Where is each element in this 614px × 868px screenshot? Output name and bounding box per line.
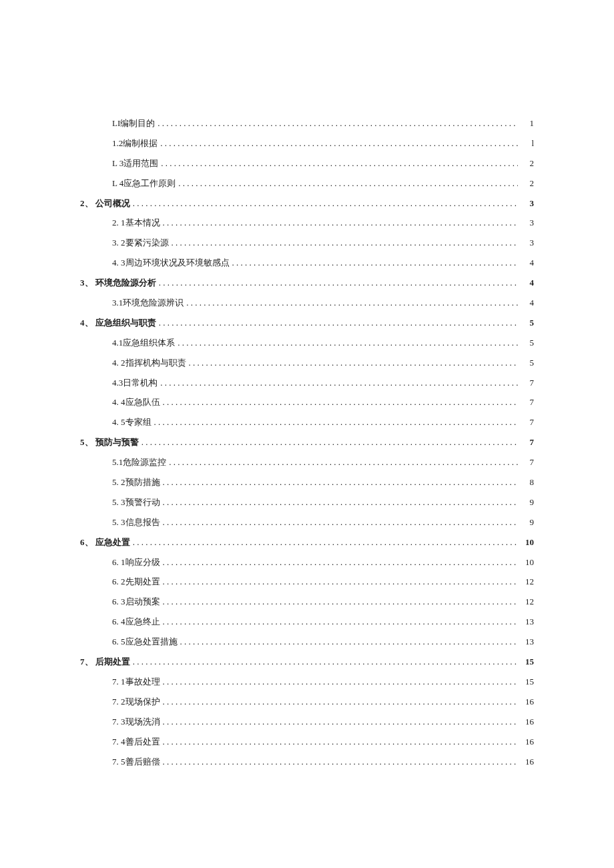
toc-label: 4.1应急组织体系 [112, 333, 175, 353]
toc-entry: 4. 3周边环境状况及环境敏感点4 [80, 253, 534, 273]
toc-page-number: 3 [521, 193, 534, 213]
toc-label: 6、 应急处置 [80, 532, 130, 552]
toc-leader-dots [163, 612, 519, 632]
toc-page-number: 9 [521, 492, 534, 512]
toc-leader-dots [160, 133, 518, 153]
toc-leader-dots [163, 472, 519, 492]
toc-leader-dots [189, 353, 519, 373]
toc-page-number: 5 [521, 333, 534, 353]
toc-label: 2. 1基本情况 [112, 213, 160, 233]
toc-page-number: 7 [521, 432, 534, 452]
toc-entry: 3. 2要紧污染源3 [80, 233, 534, 253]
toc-page-number: 2 [521, 153, 534, 173]
toc-entry: 4. 4应急队伍7 [80, 392, 534, 412]
toc-label: 4. 4应急队伍 [112, 392, 160, 412]
toc-label: 6. 3启动预案 [112, 592, 160, 612]
toc-entry: L 3适用范围2 [80, 153, 534, 173]
toc-label: 5.1危险源监控 [112, 452, 166, 472]
toc-entry: 4. 5专家组7 [80, 412, 534, 432]
toc-label: 6. 4应急终止 [112, 612, 160, 632]
toc-leader-dots [159, 273, 518, 293]
toc-label: 6. 5应急处置措施 [112, 632, 178, 652]
toc-entry: L 4应急工作原则2 [80, 173, 534, 193]
toc-leader-dots [180, 632, 519, 652]
toc-page-number: 13 [521, 612, 534, 632]
toc-leader-dots [133, 532, 518, 552]
toc-leader-dots [163, 712, 519, 732]
toc-page-number: 1 [521, 113, 534, 133]
toc-entry: 5. 2预防措施8 [80, 472, 534, 492]
toc-page-number: 2 [521, 173, 534, 193]
toc-page-number: 4 [521, 273, 534, 293]
toc-entry: 3.1环境危险源辨识4 [80, 293, 534, 313]
toc-leader-dots [163, 592, 519, 612]
toc-leader-dots [163, 692, 519, 712]
toc-label: L 3适用范围 [112, 153, 158, 173]
toc-label: LI编制目的 [112, 113, 155, 133]
toc-leader-dots [133, 652, 518, 672]
toc-page-number: 10 [521, 532, 534, 552]
toc-page-number: 7 [521, 412, 534, 432]
toc-page-number: 4 [521, 253, 534, 273]
toc-page-number: 3 [521, 233, 534, 253]
toc-leader-dots [154, 412, 519, 432]
toc-leader-dots [169, 452, 518, 472]
toc-label: 7、 后期处置 [80, 652, 130, 672]
toc-label: 7. 3现场洗消 [112, 712, 160, 732]
toc-label: 1.2编制根据 [112, 133, 158, 153]
toc-entry: 6. 3启动预案12 [80, 592, 534, 612]
toc-leader-dots [160, 373, 518, 393]
toc-entry: 7、 后期处置15 [80, 652, 534, 672]
toc-entry: 7. 2现场保护16 [80, 692, 534, 712]
toc-label: 5. 3预警行动 [112, 492, 160, 512]
toc-entry: 6. 5应急处置措施13 [80, 632, 534, 652]
toc-leader-dots [163, 672, 519, 692]
toc-entry: 1.2编制根据l [80, 133, 534, 153]
toc-entry: 6. 4应急终止13 [80, 612, 534, 632]
toc-label: 3、 环境危险源分析 [80, 273, 156, 293]
toc-label: 5. 3信息报告 [112, 512, 160, 532]
toc-leader-dots [158, 113, 518, 133]
toc-leader-dots [159, 313, 518, 333]
toc-leader-dots [161, 153, 518, 173]
toc-leader-dots [163, 492, 519, 512]
toc-leader-dots [178, 173, 518, 193]
toc-label: L 4应急工作原则 [112, 173, 176, 193]
toc-label: 4、 应急组织与职责 [80, 313, 156, 333]
toc-entry: 3、 环境危险源分析4 [80, 273, 534, 293]
toc-leader-dots [163, 392, 519, 412]
toc-entry: 7. 5善后赔偿16 [80, 752, 534, 772]
toc-page-number: 10 [521, 552, 534, 572]
toc-label: 6. 2先期处置 [112, 572, 160, 592]
toc-leader-dots [163, 552, 519, 572]
toc-leader-dots [186, 293, 518, 313]
toc-page-number: 9 [521, 512, 534, 532]
toc-label: 6. 1响应分级 [112, 552, 160, 572]
toc-leader-dots [163, 572, 519, 592]
toc-entry: 4、 应急组织与职责5 [80, 313, 534, 333]
toc-label: 5、 预防与预警 [80, 432, 139, 452]
toc-page-number: 3 [521, 213, 534, 233]
toc-entry: 4. 2指挥机构与职责5 [80, 353, 534, 373]
toc-page-number: 7 [521, 373, 534, 393]
toc-entry: 6. 2先期处置12 [80, 572, 534, 592]
toc-entry: 7. 3现场洗消16 [80, 712, 534, 732]
toc-page-number: 4 [521, 293, 534, 313]
toc-leader-dots [172, 233, 519, 253]
table-of-contents: LI编制目的11.2编制根据lL 3适用范围2L 4应急工作原则22、 公司概况… [80, 113, 534, 771]
toc-entry: 2、 公司概况3 [80, 193, 534, 213]
toc-page-number: 12 [521, 592, 534, 612]
toc-page-number: 16 [521, 732, 534, 752]
toc-leader-dots [178, 333, 518, 353]
toc-label: 7. 2现场保护 [112, 692, 160, 712]
toc-page-number: l [521, 133, 534, 153]
toc-page-number: 8 [521, 472, 534, 492]
toc-entry: 4.3日常机构7 [80, 373, 534, 393]
toc-label: 7. 4善后处置 [112, 732, 160, 752]
toc-page-number: 7 [521, 452, 534, 472]
toc-leader-dots [163, 752, 519, 772]
toc-leader-dots [141, 432, 518, 452]
toc-label: 7. 1事故处理 [112, 672, 160, 692]
toc-label: 4. 5专家组 [112, 412, 151, 432]
toc-label: 5. 2预防措施 [112, 472, 160, 492]
